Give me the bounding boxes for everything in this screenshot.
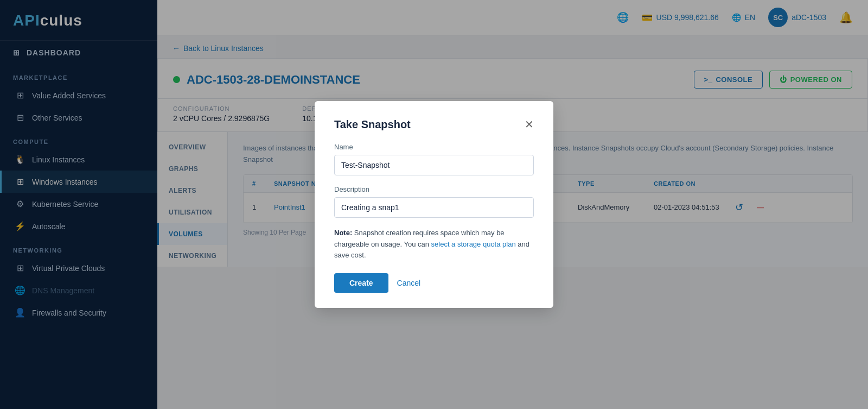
modal-title: Take Snapshot — [334, 118, 411, 131]
name-field: Name — [334, 143, 534, 175]
description-field: Description — [334, 185, 534, 218]
name-input[interactable] — [334, 155, 534, 175]
modal-actions: Create Cancel — [334, 273, 534, 293]
cancel-snapshot-button[interactable]: Cancel — [397, 279, 421, 287]
modal-note: Note: Snapshot creation requires space w… — [334, 228, 534, 261]
storage-quota-link[interactable]: select a storage quota plan — [431, 240, 516, 248]
modal-header: Take Snapshot ✕ — [334, 118, 534, 131]
note-bold: Note: — [334, 229, 352, 237]
modal-overlay[interactable]: Take Snapshot ✕ Name Description Note: S… — [0, 0, 868, 409]
description-input[interactable] — [334, 197, 534, 218]
name-label: Name — [334, 143, 534, 151]
take-snapshot-modal: Take Snapshot ✕ Name Description Note: S… — [315, 101, 553, 308]
description-label: Description — [334, 185, 534, 193]
create-snapshot-button[interactable]: Create — [334, 273, 388, 293]
modal-close-button[interactable]: ✕ — [525, 119, 534, 130]
